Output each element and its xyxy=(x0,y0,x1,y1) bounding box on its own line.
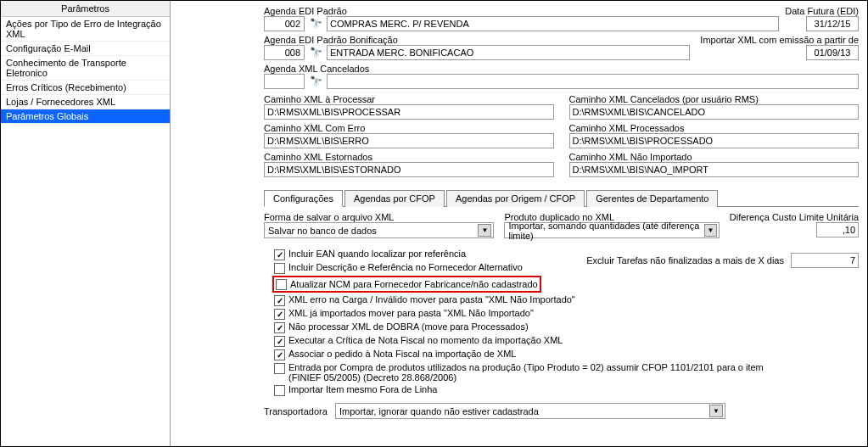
sidebar-item-acoes[interactable]: Ações por Tipo de Erro de Integração XML xyxy=(1,17,170,42)
import-xml-label: Importar XML com emissão a partir de xyxy=(700,35,859,45)
chevron-down-icon: ▼ xyxy=(709,405,723,417)
chk-ja[interactable] xyxy=(274,309,285,320)
path-erro-field[interactable]: D:\RMS\XML\BIS\ERRO xyxy=(264,133,554,148)
dup-select[interactable]: Importar, somando quantidades (até difer… xyxy=(504,222,719,238)
agenda-cancel-label: Agenda XML Cancelados xyxy=(264,64,859,74)
chevron-down-icon: ▼ xyxy=(704,224,717,237)
agenda-padrao-desc[interactable]: COMPRAS MERC. P/ REVENDA xyxy=(327,16,779,31)
chk-compra[interactable] xyxy=(274,363,285,374)
tab-configuracoes[interactable]: Configurações xyxy=(264,190,343,207)
dup-value: Importar, somando quantidades (até difer… xyxy=(508,221,704,241)
sidebar-item-lojas[interactable]: Lojas / Fornecedores XML xyxy=(1,95,170,109)
chk-carga-label: XML erro na Carga / Inválido mover para … xyxy=(288,294,575,305)
chk-compra-label: Entrada por Compra de produtos utilizado… xyxy=(288,362,764,383)
path-cancelados-label: Caminho XML Cancelados (por usuário RMS) xyxy=(569,94,860,104)
path-erro-label: Caminho XML Com Erro xyxy=(264,123,554,133)
agenda-bonif-desc[interactable]: ENTRADA MERC. BONIFICACAO xyxy=(327,45,690,60)
path-estornados-field[interactable]: D:\RMS\XML\BIS\ESTORNADO xyxy=(264,162,554,177)
chk-dobra-label: Não processar XML de DOBRA (move para Pr… xyxy=(288,321,529,332)
chk-desc-label: Incluir Descrição e Referência no Fornec… xyxy=(288,262,523,272)
forma-value: Salvar no banco de dados xyxy=(268,226,377,236)
binoculars-icon[interactable]: 🔭 xyxy=(308,45,323,60)
sidebar-item-email[interactable]: Configuração E-Mail xyxy=(1,42,170,56)
agenda-cancel-desc[interactable] xyxy=(327,74,859,89)
sidebar-header: Parâmetros xyxy=(1,1,170,17)
chk-critica[interactable] xyxy=(274,336,285,347)
transp-select[interactable]: Importar, ignorar quando não estiver cad… xyxy=(335,403,725,419)
path-processados-label: Caminho XML Processados xyxy=(569,123,860,133)
path-processados-field[interactable]: D:\RMS\XML\BIS\PROCESSADO xyxy=(569,133,860,148)
path-processar-field[interactable]: D:\RMS\XML\BIS\PROCESSAR xyxy=(264,104,554,120)
dif-field[interactable]: ,10 xyxy=(816,222,859,237)
main-panel: Agenda EDI Padrão 002 🔭 COMPRAS MERC. P/… xyxy=(171,1,867,446)
forma-select[interactable]: Salvar no banco de dados ▼ xyxy=(264,222,494,238)
binoculars-icon[interactable]: 🔭 xyxy=(308,16,323,31)
chk-desc[interactable] xyxy=(274,263,285,274)
chk-ean-label: Incluir EAN quando localizar por referên… xyxy=(288,249,466,259)
agenda-padrao-label: Agenda EDI Padrão xyxy=(264,6,779,16)
chk-pedido[interactable] xyxy=(274,349,285,360)
chk-ncm[interactable] xyxy=(276,279,287,290)
chk-carga[interactable] xyxy=(274,295,285,306)
chk-fora-label: Importar Item mesmo Fora de Linha xyxy=(288,384,437,394)
dif-label: Diferença Custo Limite Unitária xyxy=(730,212,859,222)
agenda-bonif-code[interactable]: 008 xyxy=(264,45,305,60)
agenda-bonif-label: Agenda EDI Padrão Bonificação xyxy=(264,35,690,45)
agenda-cancel-code[interactable] xyxy=(264,74,305,89)
chk-fora[interactable] xyxy=(274,385,285,396)
path-naoimport-label: Caminho XML Não Importado xyxy=(569,152,860,162)
chevron-down-icon: ▼ xyxy=(478,224,491,237)
sidebar-item-cte[interactable]: Conhecimento de Transporte Eletronico xyxy=(1,56,170,81)
tab-gerentes[interactable]: Gerentes de Departamento xyxy=(586,190,718,207)
excluir-label: Excluir Tarefas não finalizadas a mais d… xyxy=(586,255,784,265)
transp-value: Importar, ignorar quando não estiver cad… xyxy=(339,406,539,416)
chk-critica-label: Executar a Crítica de Nota Fiscal no mom… xyxy=(288,335,563,345)
tab-origem[interactable]: Agendas por Origem / CFOP xyxy=(446,190,585,207)
path-estornados-label: Caminho XML Estornados xyxy=(264,152,554,162)
chk-ncm-label: Atualizar NCM para Fornecedor Fabricance… xyxy=(290,279,538,289)
data-futura-field[interactable]: 31/12/15 xyxy=(806,16,859,31)
path-processar-label: Caminho XML à Processar xyxy=(264,94,554,104)
transp-label: Transportadora xyxy=(264,406,332,416)
sidebar-item-erros[interactable]: Erros Críticos (Recebimento) xyxy=(1,81,170,95)
binoculars-icon[interactable]: 🔭 xyxy=(308,74,323,89)
tab-cfop[interactable]: Agendas por CFOP xyxy=(344,190,445,207)
path-naoimport-field[interactable]: D:\RMS\XML\BIS\NAO_IMPORT xyxy=(569,162,860,177)
import-xml-date[interactable]: 01/09/13 xyxy=(806,45,859,60)
chk-pedido-label: Associar o pedido à Nota Fiscal na impor… xyxy=(288,349,516,359)
path-cancelados-field[interactable]: D:\RMS\XML\BIS\CANCELADO xyxy=(569,104,860,120)
chk-ean[interactable] xyxy=(274,249,285,260)
forma-label: Forma de salvar o arquivo XML xyxy=(264,212,494,222)
excluir-field[interactable]: 7 xyxy=(791,253,859,268)
sidebar-item-globais[interactable]: Parâmetros Globais xyxy=(1,109,170,124)
chk-ja-label: XML já importados mover para pasta "XML … xyxy=(288,308,534,318)
chk-dobra[interactable] xyxy=(274,322,285,333)
data-futura-label: Data Futura (EDI) xyxy=(785,6,859,16)
agenda-padrao-code[interactable]: 002 xyxy=(264,16,305,31)
sidebar: Parâmetros Ações por Tipo de Erro de Int… xyxy=(1,1,171,446)
